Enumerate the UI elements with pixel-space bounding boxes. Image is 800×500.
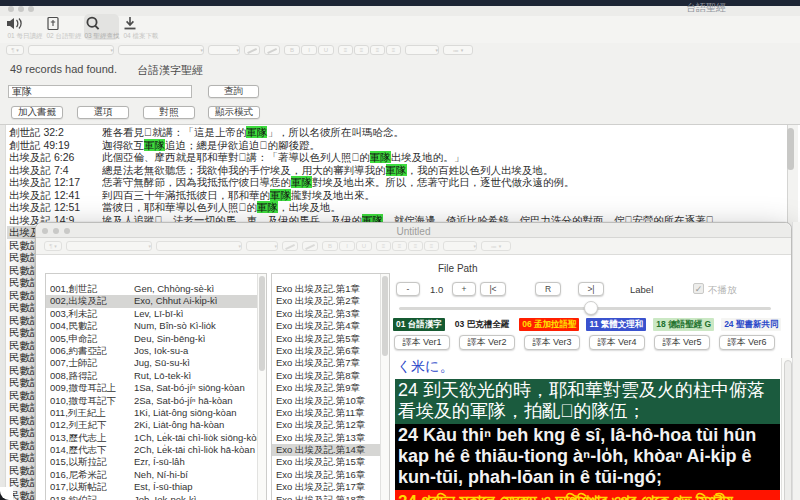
spacing-dropdown[interactable]: ▾ [443,241,477,251]
chapter-item[interactable]: Exo 出埃及記.第6章 [272,345,389,357]
book-item[interactable]: 014,歷代志下2Ch, Le̍k-tāi chì-lio̍k hā-kòan [46,444,266,456]
results-scrollbar-thumb[interactable] [787,128,794,170]
front-zoom-button[interactable] [64,228,70,234]
result-row[interactable]: 出埃及記 6:26此個亞倫、摩西就是耶和華對𪜶講：「著導以色列人照𪜶的軍隊出埃及… [7,151,787,164]
progress-slider-thumb[interactable] [584,301,598,315]
underline-button[interactable]: U [356,241,372,251]
repeat-button[interactable]: R [535,282,561,296]
bold-button[interactable]: B [322,241,338,251]
font-family-dropdown[interactable]: ▾ [66,241,152,251]
chapter-item[interactable]: Exo 出埃及記.第16章 [272,469,389,481]
version-button[interactable]: 譯本 Ver2 [459,335,515,350]
align-justify-button[interactable]: ≡ [386,45,401,55]
front-minimize-button[interactable] [53,228,59,234]
book-list-scrollbar-thumb[interactable] [259,276,265,371]
version-button[interactable]: 譯本 Ver6 [719,335,775,350]
back-window-titlebar[interactable] [0,6,800,16]
chapter-item[interactable]: Exo 出埃及記.第9章 [272,382,389,394]
result-row[interactable]: 出埃及記 12:41到四百三十年滿抵抵彼日，耶和華的軍隊攏對埃及地出來。 [7,189,787,202]
font-typeface-dropdown[interactable]: ▾ [156,241,242,251]
book-item[interactable]: 016,尼希米記Neh, Ní-hi-bí [46,469,266,481]
book-item[interactable]: 017,以斯帖記Est, Í-sū-thiap [46,481,266,493]
chapter-item[interactable]: Exo 出埃及記.第4章 [272,320,389,332]
book-item[interactable]: 010,撒母耳記下2Sa, Sat-bó-jíⁿ hā-kòan [46,395,266,407]
toolbar-item-taigi-bible[interactable]: 02 台語聖經 [44,16,84,41]
chapter-item[interactable]: Exo 出埃及記.第8章 [272,370,389,382]
version-button[interactable]: 譯本 Ver1 [394,335,450,350]
chapter-item[interactable]: Exo 出埃及記.第13章 [272,432,389,444]
background-color-button[interactable] [264,45,280,55]
toolbar-item-file-download[interactable]: 04 檔案下載 [121,16,161,41]
align-left-button[interactable]: ≡ [376,241,391,251]
chapter-item[interactable]: Exo 出埃及記.第18章 [272,494,389,500]
previous-button[interactable]: |< [480,282,506,296]
align-center-button[interactable]: ≡ [392,241,407,251]
version-tab[interactable]: 24 聖書新共同 [721,318,781,331]
align-right-button[interactable]: ≡ [370,45,385,55]
background-color-button[interactable] [302,241,318,251]
book-item[interactable]: 004,民數記Num, Bîn-sò Kì-lio̍k [46,320,266,332]
text-color-button[interactable] [244,45,260,55]
minimize-button[interactable] [18,6,24,12]
chapter-list-scrollbar[interactable] [380,274,389,500]
book-item[interactable]: 018,約伯記Job, Iok-pek-kì [46,494,266,500]
chapter-item[interactable]: Exo 出埃及記.第17章 [272,481,389,493]
compare-button[interactable]: 對照 [143,106,195,119]
search-input[interactable] [8,85,192,98]
list-style-dropdown[interactable]: ≔▾ [443,45,473,55]
chapter-item[interactable]: Exo 出埃及記.第14章 [272,444,389,456]
version-tab[interactable]: 18 德語聖經 G [653,318,714,331]
result-row[interactable]: 出埃及記 7:4總是法老無欲聽恁；我欲伸我的手佇埃及，用大的審判導我的軍隊，我的… [7,164,787,177]
result-row[interactable]: 創世記 49:19迦得欲互軍隊追迫；總是伊欲追迫𪜶的腳後蹬。 [7,139,787,152]
chapter-list-scrollbar-thumb[interactable] [382,276,388,356]
version-button[interactable]: 譯本 Ver3 [524,335,580,350]
add-bookmark-button[interactable]: 加入書籤 [11,106,63,119]
list-style-dropdown[interactable]: ≔▾ [481,241,511,251]
speed-plus-button[interactable]: + [452,282,476,296]
toolbar-item-daily-reading[interactable]: 01 每日讀經 [4,16,46,41]
preview-scrollbar-thumb[interactable] [784,360,792,500]
book-item[interactable]: 006,約書亞記Jos, Iok-su-a [46,345,266,357]
book-item[interactable]: 003,利未記Lev, Lī-bī-kì [46,308,266,320]
book-item[interactable]: 002,出埃及記Exo, Chhut Ai-ki̍p-kì [46,295,266,307]
no-play-checkbox[interactable]: ✓ [693,283,704,294]
toolbar-item-bible-search[interactable]: 03 聖經查找 [83,16,121,41]
book-list-scrollbar[interactable] [257,274,266,500]
chapter-item[interactable]: Exo 出埃及記.第12章 [272,419,389,431]
font-size-dropdown[interactable]: ▾ [246,241,278,251]
book-item[interactable]: 008,路得記Rut, Lō-tek-kì [46,370,266,382]
align-left-button[interactable]: ≡ [338,45,353,55]
book-item[interactable]: 013,歷代志上1Ch, Le̍k-tāi chì-lio̍k siōng-kò… [46,432,266,444]
display-mode-button[interactable]: 顯示模式 [208,106,260,119]
close-button[interactable] [8,6,14,12]
bold-button[interactable]: B [284,45,300,55]
chapter-item[interactable]: Exo 出埃及記.第10章 [272,395,389,407]
chapter-item[interactable]: Exo 出埃及記.第1章 [272,283,389,295]
zoom-button[interactable] [28,6,34,12]
verse-preview[interactable]: く米に。24 到天欲光的時，耶和華對雲及火的柱中俯落看埃及的軍隊，拍亂𪜶的隊伍；… [395,356,780,500]
chapter-item[interactable]: Exo 出埃及記.第3章 [272,308,389,320]
align-justify-button[interactable]: ≡ [424,241,439,251]
version-tab[interactable]: 11 繁體文理和 [586,318,646,331]
align-right-button[interactable]: ≡ [408,241,423,251]
book-item[interactable]: 009,撒母耳記上1Sa, Sat-bó-jíⁿ siōng-kòan [46,382,266,394]
italic-button[interactable]: I [301,45,317,55]
font-family-dropdown[interactable]: ▾ [28,45,114,55]
version-button[interactable]: 譯本 Ver4 [589,335,645,350]
next-button[interactable]: >| [578,282,604,296]
font-size-dropdown[interactable]: ▾ [208,45,240,55]
options-button[interactable]: 選項 [77,106,129,119]
book-item[interactable]: 011,列王紀上1Ki, Lia̍t-ông siōng-kòan [46,407,266,419]
chapter-item[interactable]: Exo 出埃及記.第5章 [272,333,389,345]
chapter-item[interactable]: Exo 出埃及記.第7章 [272,357,389,369]
italic-button[interactable]: I [339,241,355,251]
style-dropdown[interactable]: ¶▾ [44,241,62,251]
underline-button[interactable]: U [318,45,334,55]
version-button[interactable]: 譯本 Ver5 [654,335,710,350]
front-close-button[interactable] [42,228,48,234]
speed-minus-button[interactable]: - [396,282,420,296]
result-row[interactable]: 出埃及記 12:17恁著守無酵節，因為我抵抵佇彼日導恁的軍隊對埃及地出來。所以，… [7,176,787,189]
version-tab[interactable]: 01 台語漢字 [393,318,445,331]
book-item[interactable]: 001,創世記Gen, Chhòng-sè-kì [46,283,266,295]
align-center-button[interactable]: ≡ [354,45,369,55]
